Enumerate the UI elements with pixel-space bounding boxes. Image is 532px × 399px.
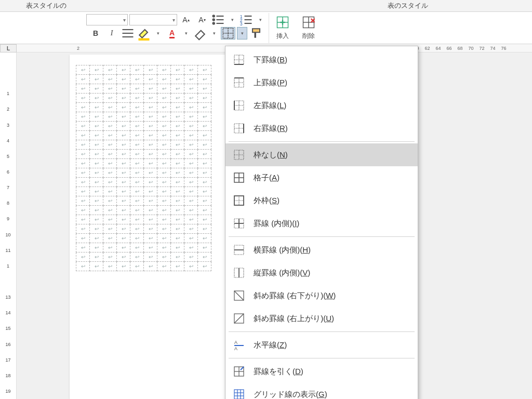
draw-icon: [233, 365, 245, 378]
format-painter-button[interactable]: [249, 27, 263, 39]
border-outer-icon: [233, 194, 245, 207]
diag-down-icon: [233, 289, 245, 302]
menu-item-border-inner[interactable]: 罫線 (内側)(I): [225, 212, 418, 235]
menu-item-label: グリッド線の表示(G): [254, 390, 327, 400]
highlight-button[interactable]: [137, 27, 151, 39]
ribbon: ▾ ▾ A▴ A▾ ▾ 123 ▾ B I ▾ A ▾ ▾ ▾ 挿入: [0, 12, 532, 44]
svg-line-60: [234, 314, 244, 323]
font-family-select[interactable]: ▾: [86, 14, 128, 25]
ruler-corner: L: [0, 44, 17, 52]
svg-text:A: A: [234, 346, 237, 351]
tab-bar: 表スタイルの 表のスタイル: [0, 0, 532, 12]
eraser-button[interactable]: [193, 27, 207, 39]
menu-item-label: 水平線(Z): [254, 340, 287, 350]
menu-item-border-all[interactable]: 格子(A): [225, 166, 418, 189]
diag-up-icon: [233, 312, 245, 325]
menu-item-border-outer[interactable]: 外枠(S): [225, 189, 418, 212]
number-list-arrow[interactable]: ▾: [255, 14, 265, 26]
border-bottom-icon: [233, 54, 245, 66]
border-inner-icon: [233, 217, 245, 230]
font-color-arrow[interactable]: ▾: [181, 27, 191, 39]
menu-item-label: 縦罫線 (内側)(V): [254, 268, 310, 278]
border-top-icon: [233, 76, 245, 89]
menu-item-grid[interactable]: グリッド線の表示(G): [225, 383, 418, 399]
border-left-icon: [233, 99, 245, 112]
menu-item-border-bottom[interactable]: 下罫線(B): [225, 48, 418, 71]
menu-item-hr[interactable]: AA水平線(Z): [225, 334, 418, 356]
menu-item-border-left[interactable]: 左罫線(L): [225, 94, 418, 117]
border-none-icon: [233, 149, 245, 161]
menu-item-label: 罫線を引く(D): [254, 367, 303, 377]
menu-item-border-hinner[interactable]: 横罫線 (内側)(H): [225, 238, 418, 261]
svg-point-0: [213, 15, 215, 17]
border-arrow[interactable]: ▾: [237, 27, 247, 39]
align-button[interactable]: [121, 27, 135, 39]
border-hinner-icon: [233, 244, 245, 256]
shrink-font-button[interactable]: A▾: [195, 14, 209, 26]
menu-item-diag-down[interactable]: 斜め罫線 (右下がり)(W): [225, 284, 418, 307]
svg-point-2: [213, 19, 215, 21]
svg-line-58: [234, 291, 244, 300]
hr-icon: AA: [233, 339, 245, 351]
menu-item-border-right[interactable]: 右罫線(R): [225, 117, 418, 140]
menu-item-label: 斜め罫線 (右上がり)(U): [254, 314, 334, 324]
menu-item-label: 下罫線(B): [254, 55, 287, 65]
svg-rect-67: [234, 390, 244, 399]
menu-item-label: 上罫線(P): [254, 78, 287, 88]
svg-text:A: A: [234, 340, 237, 345]
menu-item-border-top[interactable]: 上罫線(P): [225, 71, 418, 94]
border-right-icon: [233, 122, 245, 135]
tab-label-right[interactable]: 表のスタイル: [388, 1, 428, 10]
menu-item-label: 格子(A): [254, 173, 280, 183]
tab-label-left[interactable]: 表スタイルの: [26, 1, 66, 10]
menu-item-diag-up[interactable]: 斜め罫線 (右上がり)(U): [225, 307, 418, 330]
grow-font-button[interactable]: A▴: [179, 14, 193, 26]
border-all-icon: [233, 171, 245, 184]
border-button[interactable]: [221, 27, 235, 39]
eraser-arrow[interactable]: ▾: [209, 27, 219, 39]
menu-item-label: 左罫線(L): [254, 101, 286, 111]
italic-button[interactable]: I: [104, 27, 119, 39]
number-list-button[interactable]: 123: [239, 14, 254, 26]
delete-button[interactable]: 削除: [296, 13, 321, 42]
menu-item-border-vinner[interactable]: 縦罫線 (内側)(V): [225, 261, 418, 284]
border-dropdown-menu: 下罫線(B)上罫線(P)左罫線(L)右罫線(R)枠なし(N)格子(A)外枠(S)…: [225, 46, 418, 399]
menu-item-label: 罫線 (内側)(I): [254, 219, 299, 229]
grid-icon: [233, 388, 245, 399]
menu-item-label: 横罫線 (内側)(H): [254, 245, 311, 255]
insert-button[interactable]: 挿入: [270, 13, 295, 42]
svg-text:3: 3: [240, 21, 243, 26]
menu-item-draw[interactable]: 罫線を引く(D): [225, 360, 418, 383]
menu-item-label: 外枠(S): [254, 196, 280, 206]
vertical-ruler[interactable]: 1234567891011113141516171819: [0, 52, 17, 399]
menu-item-label: 斜め罫線 (右下がり)(W): [254, 291, 336, 301]
menu-item-label: 枠なし(N): [254, 150, 288, 160]
highlight-arrow[interactable]: ▾: [153, 27, 163, 39]
svg-point-4: [213, 22, 215, 24]
bullet-list-arrow[interactable]: ▾: [227, 14, 237, 26]
menu-item-border-none[interactable]: 枠なし(N): [225, 143, 418, 166]
bullet-list-button[interactable]: [211, 14, 225, 26]
border-vinner-icon: [233, 267, 245, 279]
font-size-select[interactable]: ▾: [129, 14, 177, 25]
font-color-button[interactable]: A: [165, 27, 179, 39]
menu-item-label: 右罫線(R): [254, 124, 288, 134]
document-table[interactable]: ↩↩↩↩↩↩↩↩↩↩↩↩↩↩↩↩↩↩↩↩↩↩↩↩↩↩↩↩↩↩↩↩↩↩↩↩↩↩↩↩…: [76, 65, 211, 271]
bold-button[interactable]: B: [88, 27, 103, 39]
